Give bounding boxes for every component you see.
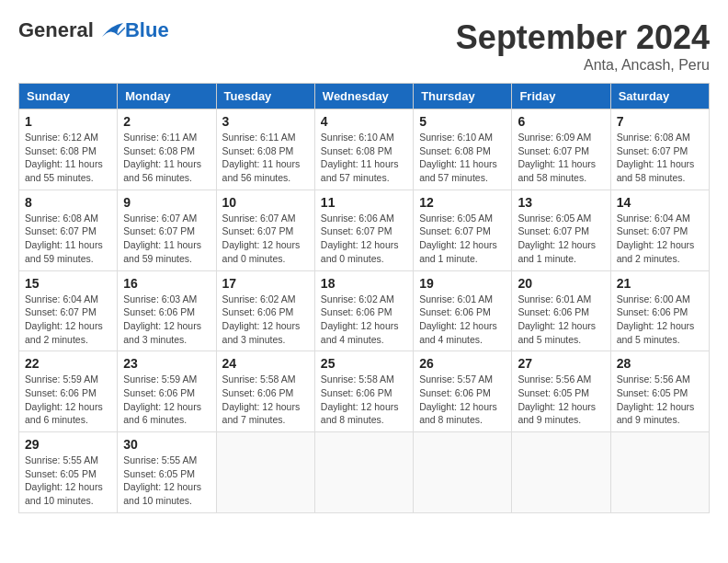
day-number: 1 xyxy=(25,114,111,129)
day-number: 9 xyxy=(123,195,210,210)
day-info: Sunrise: 6:08 AMSunset: 6:07 PMDaylight:… xyxy=(617,131,703,185)
calendar-week-4: 22Sunrise: 5:59 AMSunset: 6:06 PMDayligh… xyxy=(19,351,710,432)
day-info: Sunrise: 6:12 AMSunset: 6:08 PMDaylight:… xyxy=(25,131,111,185)
day-number: 2 xyxy=(123,114,210,129)
day-info: Sunrise: 6:11 AMSunset: 6:08 PMDaylight:… xyxy=(222,131,309,185)
day-info: Sunrise: 6:03 AMSunset: 6:06 PMDaylight:… xyxy=(123,293,210,347)
day-number: 18 xyxy=(321,276,407,291)
table-row: 14Sunrise: 6:04 AMSunset: 6:07 PMDayligh… xyxy=(610,190,709,270)
day-info: Sunrise: 6:05 AMSunset: 6:07 PMDaylight:… xyxy=(518,212,604,266)
day-info: Sunrise: 6:10 AMSunset: 6:08 PMDaylight:… xyxy=(419,131,506,185)
table-row: 27Sunrise: 5:56 AMSunset: 6:05 PMDayligh… xyxy=(512,351,610,432)
table-row: 17Sunrise: 6:02 AMSunset: 6:06 PMDayligh… xyxy=(216,270,314,351)
day-number: 19 xyxy=(419,276,506,291)
day-header-saturday: Saturday xyxy=(610,84,709,109)
day-number: 27 xyxy=(518,356,604,371)
day-number: 10 xyxy=(222,195,309,210)
table-row: 24Sunrise: 5:58 AMSunset: 6:06 PMDayligh… xyxy=(216,351,314,432)
day-number: 28 xyxy=(617,356,703,371)
table-row: 5Sunrise: 6:10 AMSunset: 6:08 PMDaylight… xyxy=(414,109,512,190)
day-info: Sunrise: 6:01 AMSunset: 6:06 PMDaylight:… xyxy=(518,293,604,347)
day-header-sunday: Sunday xyxy=(19,84,118,109)
table-row: 1Sunrise: 6:12 AMSunset: 6:08 PMDaylight… xyxy=(19,109,118,190)
day-info: Sunrise: 5:59 AMSunset: 6:06 PMDaylight:… xyxy=(25,373,111,427)
day-info: Sunrise: 5:55 AMSunset: 6:05 PMDaylight:… xyxy=(25,454,111,508)
logo-bird-icon xyxy=(97,20,125,40)
day-info: Sunrise: 6:08 AMSunset: 6:07 PMDaylight:… xyxy=(25,212,111,266)
table-row: 13Sunrise: 6:05 AMSunset: 6:07 PMDayligh… xyxy=(512,190,610,270)
day-info: Sunrise: 5:56 AMSunset: 6:05 PMDaylight:… xyxy=(617,373,703,427)
table-row: 21Sunrise: 6:00 AMSunset: 6:06 PMDayligh… xyxy=(610,270,709,351)
calendar-week-1: 1Sunrise: 6:12 AMSunset: 6:08 PMDaylight… xyxy=(19,109,710,190)
day-info: Sunrise: 5:59 AMSunset: 6:06 PMDaylight:… xyxy=(123,373,210,427)
day-number: 13 xyxy=(518,195,604,210)
day-info: Sunrise: 6:10 AMSunset: 6:08 PMDaylight:… xyxy=(321,131,407,185)
day-number: 25 xyxy=(321,356,407,371)
logo-general-text: General xyxy=(18,18,94,42)
day-number: 29 xyxy=(25,437,111,452)
day-header-wednesday: Wednesday xyxy=(314,84,413,109)
day-info: Sunrise: 5:56 AMSunset: 6:05 PMDaylight:… xyxy=(518,373,604,427)
table-row: 6Sunrise: 6:09 AMSunset: 6:07 PMDaylight… xyxy=(512,109,610,190)
day-header-friday: Friday xyxy=(512,84,610,109)
day-info: Sunrise: 5:58 AMSunset: 6:06 PMDaylight:… xyxy=(321,373,407,427)
table-row: 25Sunrise: 5:58 AMSunset: 6:06 PMDayligh… xyxy=(314,351,413,432)
calendar-week-5: 29Sunrise: 5:55 AMSunset: 6:05 PMDayligh… xyxy=(19,432,710,513)
day-info: Sunrise: 6:07 AMSunset: 6:07 PMDaylight:… xyxy=(222,212,309,266)
day-number: 21 xyxy=(617,276,703,291)
day-number: 12 xyxy=(419,195,506,210)
day-info: Sunrise: 6:04 AMSunset: 6:07 PMDaylight:… xyxy=(617,212,703,266)
day-info: Sunrise: 6:07 AMSunset: 6:07 PMDaylight:… xyxy=(123,212,210,266)
day-info: Sunrise: 6:02 AMSunset: 6:06 PMDaylight:… xyxy=(321,293,407,347)
day-number: 7 xyxy=(617,114,703,129)
day-info: Sunrise: 5:57 AMSunset: 6:06 PMDaylight:… xyxy=(419,373,506,427)
table-row: 26Sunrise: 5:57 AMSunset: 6:06 PMDayligh… xyxy=(414,351,512,432)
day-info: Sunrise: 5:55 AMSunset: 6:05 PMDaylight:… xyxy=(123,454,210,508)
day-header-monday: Monday xyxy=(118,84,216,109)
table-row: 3Sunrise: 6:11 AMSunset: 6:08 PMDaylight… xyxy=(216,109,314,190)
page-header: General Blue September 2024 Anta, Ancash… xyxy=(18,18,710,74)
table-row: 7Sunrise: 6:08 AMSunset: 6:07 PMDaylight… xyxy=(610,109,709,190)
table-row: 28Sunrise: 5:56 AMSunset: 6:05 PMDayligh… xyxy=(610,351,709,432)
table-row: 22Sunrise: 5:59 AMSunset: 6:06 PMDayligh… xyxy=(19,351,118,432)
month-title: September 2024 xyxy=(456,18,710,57)
table-row: 23Sunrise: 5:59 AMSunset: 6:06 PMDayligh… xyxy=(118,351,216,432)
table-row xyxy=(512,432,610,513)
day-info: Sunrise: 5:58 AMSunset: 6:06 PMDaylight:… xyxy=(222,373,309,427)
table-row: 18Sunrise: 6:02 AMSunset: 6:06 PMDayligh… xyxy=(314,270,413,351)
day-info: Sunrise: 6:04 AMSunset: 6:07 PMDaylight:… xyxy=(25,293,111,347)
table-row: 9Sunrise: 6:07 AMSunset: 6:07 PMDaylight… xyxy=(118,190,216,270)
day-number: 20 xyxy=(518,276,604,291)
day-info: Sunrise: 6:09 AMSunset: 6:07 PMDaylight:… xyxy=(518,131,604,185)
day-info: Sunrise: 6:00 AMSunset: 6:06 PMDaylight:… xyxy=(617,293,703,347)
table-row xyxy=(216,432,314,513)
day-number: 14 xyxy=(617,195,703,210)
table-row: 16Sunrise: 6:03 AMSunset: 6:06 PMDayligh… xyxy=(118,270,216,351)
table-row: 4Sunrise: 6:10 AMSunset: 6:08 PMDaylight… xyxy=(314,109,413,190)
table-row: 29Sunrise: 5:55 AMSunset: 6:05 PMDayligh… xyxy=(19,432,118,513)
day-number: 26 xyxy=(419,356,506,371)
table-row xyxy=(610,432,709,513)
day-number: 4 xyxy=(321,114,407,129)
table-row: 8Sunrise: 6:08 AMSunset: 6:07 PMDaylight… xyxy=(19,190,118,270)
day-info: Sunrise: 6:05 AMSunset: 6:07 PMDaylight:… xyxy=(419,212,506,266)
day-number: 22 xyxy=(25,356,111,371)
table-row xyxy=(414,432,512,513)
day-number: 16 xyxy=(123,276,210,291)
day-number: 30 xyxy=(123,437,210,452)
calendar-header-row: SundayMondayTuesdayWednesdayThursdayFrid… xyxy=(19,84,710,109)
table-row xyxy=(314,432,413,513)
table-row: 10Sunrise: 6:07 AMSunset: 6:07 PMDayligh… xyxy=(216,190,314,270)
table-row: 20Sunrise: 6:01 AMSunset: 6:06 PMDayligh… xyxy=(512,270,610,351)
day-info: Sunrise: 6:02 AMSunset: 6:06 PMDaylight:… xyxy=(222,293,309,347)
day-number: 11 xyxy=(321,195,407,210)
table-row: 12Sunrise: 6:05 AMSunset: 6:07 PMDayligh… xyxy=(414,190,512,270)
title-block: September 2024 Anta, Ancash, Peru xyxy=(456,18,710,74)
day-number: 8 xyxy=(25,195,111,210)
day-number: 24 xyxy=(222,356,309,371)
day-number: 6 xyxy=(518,114,604,129)
day-info: Sunrise: 6:06 AMSunset: 6:07 PMDaylight:… xyxy=(321,212,407,266)
calendar-week-3: 15Sunrise: 6:04 AMSunset: 6:07 PMDayligh… xyxy=(19,270,710,351)
table-row: 11Sunrise: 6:06 AMSunset: 6:07 PMDayligh… xyxy=(314,190,413,270)
calendar-week-2: 8Sunrise: 6:08 AMSunset: 6:07 PMDaylight… xyxy=(19,190,710,270)
